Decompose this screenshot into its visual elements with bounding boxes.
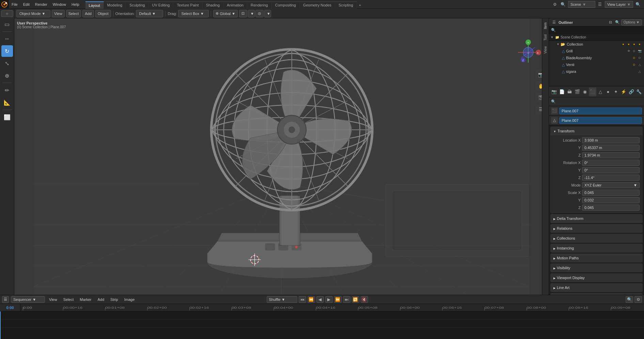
viewport-display-header[interactable]: Viewport Display — [551, 274, 642, 282]
next-frame-btn[interactable]: ⏩ — [334, 296, 342, 303]
delta-transform-header[interactable]: Delta Transform — [551, 214, 642, 223]
help-menu-item[interactable]: Help — [69, 0, 82, 9]
prop-output-icon[interactable]: 📄 — [558, 87, 566, 96]
prop-material-icon[interactable]: ● — [604, 87, 612, 96]
scene-selector[interactable]: Scene ▼ — [568, 1, 595, 8]
drag-dropdown[interactable]: Select Box ▼ — [178, 10, 209, 17]
timeline-image-menu[interactable]: Image — [122, 295, 137, 304]
properties-search-input[interactable] — [557, 100, 642, 104]
orientation-dropdown[interactable]: Default ▼ — [136, 10, 163, 17]
annotate-tool[interactable]: ✏ — [1, 84, 13, 96]
motion-paths-header[interactable]: Motion Paths — [551, 254, 642, 262]
tab-texture-paint[interactable]: Texture Paint — [173, 1, 202, 9]
measure-tool[interactable]: 📐 — [1, 97, 13, 108]
tool-tab[interactable]: Tool — [543, 32, 548, 43]
outliner-options[interactable]: Options ▼ — [621, 19, 642, 26]
sequencer-dropdown[interactable]: Sequencer ▼ — [11, 296, 45, 303]
rotation-x-value[interactable]: 0° — [582, 160, 640, 166]
prop-scene-icon[interactable]: 🎬 — [574, 87, 581, 96]
timeline-add-menu[interactable]: Add — [95, 295, 106, 304]
timeline-settings-btn[interactable]: ⚙ — [634, 296, 642, 303]
proportional-edit[interactable]: ◎ — [255, 10, 264, 17]
view-btn[interactable]: View — [52, 10, 65, 17]
tab-layout[interactable]: Layout — [85, 1, 104, 9]
add-workspace-tab[interactable]: + — [357, 1, 363, 9]
rotation-z-value[interactable]: -11.4° — [582, 175, 640, 181]
rotation-mode-dropdown[interactable]: XYZ Euler ▼ — [582, 182, 640, 188]
snap-dropdown[interactable]: ▼ — [248, 10, 255, 17]
rotation-y-value[interactable]: 0° — [582, 167, 640, 173]
add-tool[interactable]: ⬜ — [1, 111, 13, 123]
outliner-search-input[interactable] — [557, 28, 642, 32]
tab-scripting[interactable]: Scripting — [335, 1, 357, 9]
line-art-header[interactable]: Line Art — [551, 284, 642, 292]
scale-y-value[interactable]: 0.032 — [582, 197, 640, 203]
view-layer-selector[interactable]: View Layer ▼ — [605, 1, 633, 8]
prop-modifiers-icon[interactable]: 🔧 — [635, 87, 643, 96]
top-icon-3[interactable]: ☰ — [597, 1, 603, 8]
jump-end-btn[interactable]: ⏭ — [343, 296, 350, 303]
add-btn[interactable]: Add — [82, 10, 94, 17]
scale-tool[interactable]: ⤡ — [1, 58, 13, 69]
rotate-tool[interactable]: ↻ — [1, 45, 13, 57]
edit-menu-item[interactable]: Edit — [20, 0, 32, 9]
location-z-value[interactable]: 1.9734 m — [582, 152, 640, 158]
prop-viewlayer-icon[interactable]: 🏔 — [566, 87, 573, 96]
relations-header[interactable]: Relations — [551, 224, 642, 232]
top-icon-1[interactable]: ⚙ — [552, 1, 559, 8]
proportional-dropdown[interactable]: ▼ — [264, 10, 271, 17]
collections-header[interactable]: Collections — [551, 234, 642, 242]
instancing-header[interactable]: Instancing — [551, 244, 642, 252]
select-btn[interactable]: Select — [66, 10, 81, 17]
tab-shading[interactable]: Shading — [203, 1, 223, 9]
play-reverse-btn[interactable]: ◀ — [316, 296, 324, 303]
timeline-type-icon[interactable]: ☰ — [2, 296, 9, 303]
global-dropdown[interactable]: ⊕ Global ▼ — [213, 10, 238, 17]
loop-btn[interactable]: 🔁 — [352, 296, 359, 303]
window-menu-item[interactable]: Window — [50, 0, 69, 9]
prop-render-icon[interactable]: 📷 — [550, 87, 558, 96]
object-name-field[interactable]: Plane.007 — [559, 108, 642, 114]
outliner-blade-assembly[interactable]: △ BladeAssembly ⊙ ⊙ — [549, 54, 644, 61]
3d-viewport[interactable]: User Perspective (0) Scene Collection | … — [14, 18, 549, 295]
tab-rendering[interactable]: Rendering — [247, 1, 272, 9]
timeline-track-1[interactable] — [0, 311, 644, 320]
timeline-tracks[interactable] — [0, 311, 644, 339]
prev-frame-btn[interactable]: ⏪ — [308, 296, 315, 303]
render-menu-item[interactable]: Render — [32, 0, 50, 9]
item-tab[interactable]: Item — [543, 20, 548, 32]
outliner-grill[interactable]: △ Grill 👁 ⊙ 📷 — [549, 48, 644, 54]
transform-section-header[interactable]: Transform — [551, 127, 642, 135]
timeline-select-menu[interactable]: Select — [61, 295, 76, 304]
visibility-header[interactable]: Visibility — [551, 264, 642, 272]
mute-btn[interactable]: 🔇 — [361, 296, 368, 303]
snap-magnet[interactable]: ⊡ — [239, 10, 247, 17]
location-y-value[interactable]: 0.45337 m — [582, 145, 640, 151]
cursor-icon[interactable]: ⊹ — [1, 10, 13, 17]
play-btn[interactable]: ▶ — [325, 296, 333, 303]
tab-modeling[interactable]: Modeling — [104, 1, 126, 9]
select-tool[interactable]: ▭ — [1, 18, 13, 30]
file-menu-item[interactable]: File — [9, 0, 20, 9]
outliner-sigara[interactable]: △ sigara △ — [549, 68, 644, 75]
prop-object-icon[interactable]: ⬛ — [589, 87, 596, 96]
top-icon-2[interactable]: 🔍 — [560, 1, 567, 8]
timeline-track-2[interactable] — [0, 320, 644, 328]
timeline-strip-menu[interactable]: Strip — [108, 295, 120, 304]
prop-physics-icon[interactable]: ⚡ — [620, 87, 627, 96]
jump-start-btn[interactable]: ⏮ — [299, 296, 306, 303]
scale-x-value[interactable]: 0.045 — [582, 190, 640, 196]
tab-animation[interactable]: Animation — [223, 1, 247, 9]
mesh-name-field[interactable]: Plane.007 — [559, 117, 642, 124]
transform-tool[interactable]: ⊕ — [1, 70, 13, 81]
location-x-value[interactable]: 3.938 m — [582, 137, 640, 143]
timeline-zoom-btn[interactable]: 🔍 — [626, 296, 633, 303]
navigation-gizmo[interactable]: X Y Z ⊹ — [515, 39, 542, 66]
tab-compositing[interactable]: Compositing — [272, 1, 300, 9]
timeline-view-menu[interactable]: View — [47, 295, 59, 304]
timeline-marker-menu[interactable]: Marker — [78, 295, 93, 304]
view-tab[interactable]: View — [543, 44, 548, 56]
outliner-search-icon[interactable]: 🔍 — [614, 19, 621, 26]
outliner-search-bar[interactable]: 🔍 — [549, 27, 644, 34]
playback-mode-dropdown[interactable]: Shuffle ▼ — [267, 296, 297, 303]
